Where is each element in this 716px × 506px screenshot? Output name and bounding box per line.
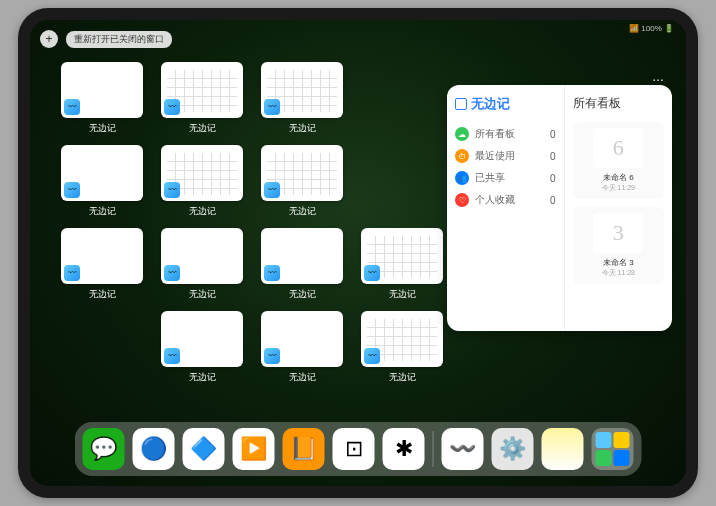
panel-sidebar: 无边记 ☁所有看板0⏱最近使用0👥已共享0♡个人收藏0 — [447, 85, 565, 331]
freeform-panel: 无边记 ☁所有看板0⏱最近使用0👥已共享0♡个人收藏0 所有看板 6未命名 6今… — [447, 85, 672, 331]
thumbnail-label: 无边记 — [89, 205, 116, 218]
freeform-app-icon: 〰 — [264, 265, 280, 281]
thumbnail-label: 无边记 — [289, 205, 316, 218]
thumbnail-label: 无边记 — [189, 288, 216, 301]
thumbnail-label: 无边记 — [189, 371, 216, 384]
category-label: 所有看板 — [475, 127, 515, 141]
dock-app-books[interactable]: 📙 — [283, 428, 325, 470]
category-icon: ♡ — [455, 193, 469, 207]
dock-app-notes[interactable] — [542, 428, 584, 470]
dock-folder[interactable] — [592, 428, 634, 470]
freeform-app-icon: 〰 — [264, 99, 280, 115]
dock-app-dice[interactable]: ⊡ — [333, 428, 375, 470]
window-thumbnail[interactable]: 〰无边记 — [158, 145, 246, 220]
window-thumbnail[interactable]: 〰无边记 — [258, 145, 346, 220]
freeform-app-icon: 〰 — [164, 182, 180, 198]
category-icon: ⏱ — [455, 149, 469, 163]
sidebar-icon — [455, 98, 467, 110]
reopen-closed-window-button[interactable]: 重新打开已关闭的窗口 — [66, 31, 172, 48]
board-label: 未命名 3 — [603, 257, 634, 268]
screen: 📶 100% 🔋 + 重新打开已关闭的窗口 〰无边记〰无边记〰无边记〰无边记〰无… — [30, 20, 686, 486]
board-preview: 6 — [593, 128, 643, 168]
window-thumbnail-grid: 〰无边记〰无边记〰无边记〰无边记〰无边记〰无边记〰无边记〰无边记〰无边记〰无边记… — [58, 62, 446, 386]
dock-app-quark[interactable]: 🔵 — [133, 428, 175, 470]
freeform-app-icon: 〰 — [264, 182, 280, 198]
category-count: 0 — [550, 151, 556, 162]
category-count: 0 — [550, 173, 556, 184]
top-bar: + 重新打开已关闭的窗口 — [40, 30, 172, 48]
thumbnail-label: 无边记 — [89, 122, 116, 135]
category-icon: ☁ — [455, 127, 469, 141]
panel-right-title: 所有看板 — [573, 95, 664, 112]
freeform-app-icon: 〰 — [64, 265, 80, 281]
category-icon: 👥 — [455, 171, 469, 185]
freeform-app-icon: 〰 — [164, 265, 180, 281]
ipad-frame: 📶 100% 🔋 + 重新打开已关闭的窗口 〰无边记〰无边记〰无边记〰无边记〰无… — [18, 8, 698, 498]
dock-app-wechat[interactable]: 💬 — [83, 428, 125, 470]
category-label: 最近使用 — [475, 149, 515, 163]
window-thumbnail[interactable]: 〰无边记 — [358, 228, 446, 303]
board-item[interactable]: 3未命名 3今天 11:28 — [573, 207, 664, 284]
panel-title: 无边记 — [455, 95, 556, 113]
window-thumbnail[interactable]: 〰无边记 — [258, 311, 346, 386]
dock-app-qqbrowser[interactable]: 🔷 — [183, 428, 225, 470]
freeform-app-icon: 〰 — [164, 348, 180, 364]
thumbnail-label: 无边记 — [289, 288, 316, 301]
thumbnail-label: 无边记 — [389, 371, 416, 384]
panel-title-text: 无边记 — [471, 95, 510, 113]
freeform-app-icon: 〰 — [64, 182, 80, 198]
thumbnail-label: 无边记 — [289, 371, 316, 384]
thumbnail-label: 无边记 — [189, 205, 216, 218]
freeform-app-icon: 〰 — [364, 348, 380, 364]
panel-more-icon[interactable]: … — [652, 70, 664, 84]
category-row[interactable]: ☁所有看板0 — [455, 123, 556, 145]
status-bar: 📶 100% 🔋 — [629, 24, 674, 33]
board-item[interactable]: 6未命名 6今天 11:29 — [573, 122, 664, 199]
window-thumbnail[interactable]: 〰无边记 — [158, 311, 246, 386]
dock-app-play[interactable]: ▶️ — [233, 428, 275, 470]
add-window-button[interactable]: + — [40, 30, 58, 48]
window-thumbnail[interactable]: 〰无边记 — [58, 228, 146, 303]
window-thumbnail[interactable]: 〰无边记 — [358, 311, 446, 386]
dock: 💬🔵🔷▶️📙⊡✱〰️⚙️ — [75, 422, 642, 476]
category-row[interactable]: 👥已共享0 — [455, 167, 556, 189]
window-thumbnail[interactable]: 〰无边记 — [258, 62, 346, 137]
freeform-app-icon: 〰 — [164, 99, 180, 115]
category-count: 0 — [550, 195, 556, 206]
dock-app-freeform[interactable]: 〰️ — [442, 428, 484, 470]
dock-separator — [433, 431, 434, 467]
thumbnail-label: 无边记 — [189, 122, 216, 135]
window-thumbnail[interactable]: 〰无边记 — [58, 62, 146, 137]
freeform-app-icon: 〰 — [264, 348, 280, 364]
window-thumbnail[interactable]: 〰无边记 — [158, 62, 246, 137]
board-timestamp: 今天 11:29 — [602, 183, 635, 193]
dock-app-connect[interactable]: ✱ — [383, 428, 425, 470]
freeform-app-icon: 〰 — [364, 265, 380, 281]
board-timestamp: 今天 11:28 — [602, 268, 635, 278]
window-thumbnail[interactable]: 〰无边记 — [58, 145, 146, 220]
category-count: 0 — [550, 129, 556, 140]
panel-content: 所有看板 6未命名 6今天 11:293未命名 3今天 11:28 — [565, 85, 672, 331]
window-thumbnail[interactable]: 〰无边记 — [158, 228, 246, 303]
thumbnail-label: 无边记 — [389, 288, 416, 301]
freeform-app-icon: 〰 — [64, 99, 80, 115]
dock-app-settings[interactable]: ⚙️ — [492, 428, 534, 470]
category-label: 已共享 — [475, 171, 505, 185]
window-thumbnail[interactable]: 〰无边记 — [258, 228, 346, 303]
thumbnail-label: 无边记 — [89, 288, 116, 301]
category-label: 个人收藏 — [475, 193, 515, 207]
board-label: 未命名 6 — [603, 172, 634, 183]
thumbnail-label: 无边记 — [289, 122, 316, 135]
category-row[interactable]: ♡个人收藏0 — [455, 189, 556, 211]
category-row[interactable]: ⏱最近使用0 — [455, 145, 556, 167]
board-preview: 3 — [593, 213, 643, 253]
